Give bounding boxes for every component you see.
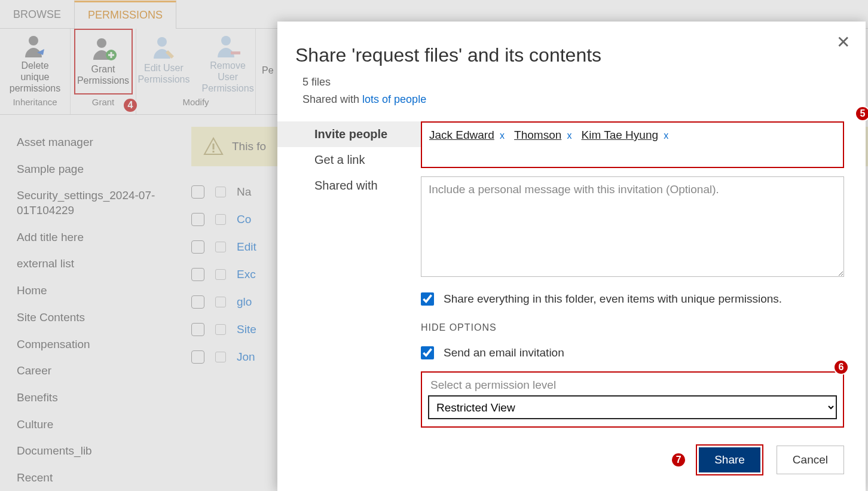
chip-remove-icon[interactable]: x <box>567 130 572 141</box>
shared-with-prefix: Shared with <box>302 93 362 105</box>
people-chip: Thomson x <box>514 129 571 142</box>
dialog-title: Share 'request files' and its contents <box>277 22 866 74</box>
tab-get-a-link[interactable]: Get a link <box>277 147 421 173</box>
dialog-actions: 7 Share Cancel <box>671 444 844 475</box>
permission-level-select[interactable]: Restricted View <box>428 395 837 419</box>
cancel-button[interactable]: Cancel <box>777 446 844 474</box>
people-chip: Jack Edward x <box>429 129 505 142</box>
callout-badge-6: 6 <box>833 359 849 375</box>
dialog-tabs: Invite people Get a link Shared with <box>277 119 421 428</box>
share-button[interactable]: Share <box>699 447 760 472</box>
people-picker[interactable]: Jack Edward x Thomson x Kim Tae Hyung x <box>421 121 844 168</box>
tab-shared-with[interactable]: Shared with <box>277 173 421 199</box>
chip-name[interactable]: Kim Tae Hyung <box>582 129 659 141</box>
dialog-file-count: 5 files <box>277 74 866 91</box>
dialog-pane: 5 Jack Edward x Thomson x Kim Tae Hyung … <box>421 119 866 428</box>
share-everything-checkbox[interactable] <box>421 292 434 306</box>
send-email-checkbox[interactable] <box>421 346 434 359</box>
share-button-highlight: Share <box>696 444 763 475</box>
chip-remove-icon[interactable]: x <box>500 130 505 141</box>
shared-with-link[interactable]: lots of people <box>362 93 426 105</box>
chip-name[interactable]: Thomson <box>514 129 561 141</box>
chip-remove-icon[interactable]: x <box>664 130 668 141</box>
tab-invite-people[interactable]: Invite people <box>277 121 421 147</box>
callout-badge-7: 7 <box>671 452 686 468</box>
send-email-label: Send an email invitation <box>444 346 564 359</box>
callout-badge-5: 5 <box>855 106 868 121</box>
hide-options-toggle[interactable]: HIDE OPTIONS <box>421 322 844 333</box>
permission-level-block: Select a permission level Restricted Vie… <box>421 371 844 428</box>
message-input[interactable] <box>421 176 844 277</box>
share-everything-label: Share everything in this folder, even it… <box>444 292 782 306</box>
close-icon[interactable]: ✕ <box>836 32 850 52</box>
dialog-shared-with: Shared with lots of people <box>277 91 866 108</box>
people-chip: Kim Tae Hyung x <box>582 129 669 142</box>
share-dialog: ✕ Share 'request files' and its contents… <box>277 22 866 491</box>
chip-name[interactable]: Jack Edward <box>429 129 494 141</box>
permission-level-label: Select a permission level <box>428 377 837 395</box>
